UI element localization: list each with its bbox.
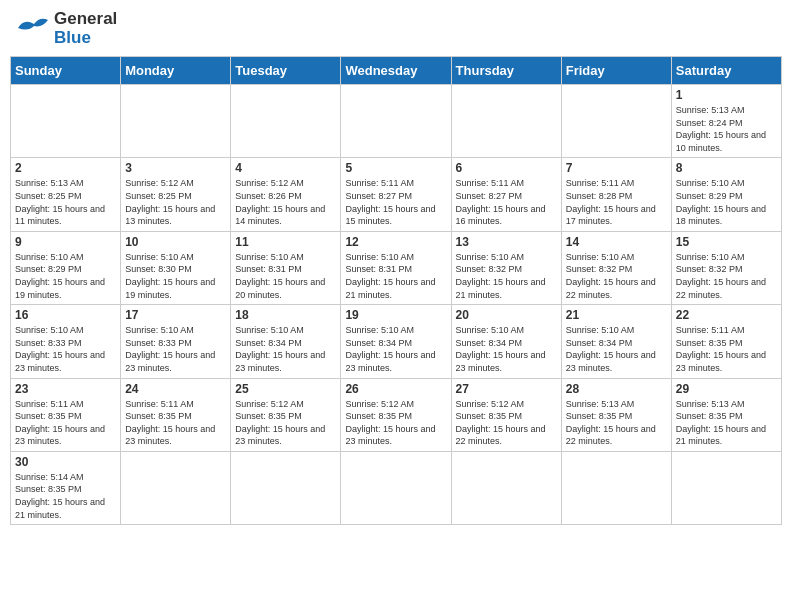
header: General Blue (10, 10, 782, 48)
day-number: 12 (345, 235, 446, 249)
calendar-cell: 3Sunrise: 5:12 AM Sunset: 8:25 PM Daylig… (121, 158, 231, 231)
day-number: 8 (676, 161, 777, 175)
calendar-cell: 5Sunrise: 5:11 AM Sunset: 8:27 PM Daylig… (341, 158, 451, 231)
calendar-cell: 24Sunrise: 5:11 AM Sunset: 8:35 PM Dayli… (121, 378, 231, 451)
calendar-cell: 11Sunrise: 5:10 AM Sunset: 8:31 PM Dayli… (231, 231, 341, 304)
calendar-week-0: 1Sunrise: 5:13 AM Sunset: 8:24 PM Daylig… (11, 85, 782, 158)
day-info: Sunrise: 5:13 AM Sunset: 8:24 PM Dayligh… (676, 104, 777, 154)
day-info: Sunrise: 5:11 AM Sunset: 8:27 PM Dayligh… (345, 177, 446, 227)
calendar-cell: 29Sunrise: 5:13 AM Sunset: 8:35 PM Dayli… (671, 378, 781, 451)
day-number: 4 (235, 161, 336, 175)
calendar-cell: 26Sunrise: 5:12 AM Sunset: 8:35 PM Dayli… (341, 378, 451, 451)
day-number: 15 (676, 235, 777, 249)
calendar-cell (121, 451, 231, 524)
day-number: 6 (456, 161, 557, 175)
logo-text-block: General Blue (14, 10, 117, 48)
day-info: Sunrise: 5:10 AM Sunset: 8:34 PM Dayligh… (456, 324, 557, 374)
calendar-cell: 2Sunrise: 5:13 AM Sunset: 8:25 PM Daylig… (11, 158, 121, 231)
day-number: 11 (235, 235, 336, 249)
day-number: 22 (676, 308, 777, 322)
day-info: Sunrise: 5:11 AM Sunset: 8:27 PM Dayligh… (456, 177, 557, 227)
day-number: 1 (676, 88, 777, 102)
day-number: 14 (566, 235, 667, 249)
day-info: Sunrise: 5:13 AM Sunset: 8:25 PM Dayligh… (15, 177, 116, 227)
day-number: 17 (125, 308, 226, 322)
day-number: 21 (566, 308, 667, 322)
calendar-cell: 10Sunrise: 5:10 AM Sunset: 8:30 PM Dayli… (121, 231, 231, 304)
day-info: Sunrise: 5:10 AM Sunset: 8:34 PM Dayligh… (235, 324, 336, 374)
day-info: Sunrise: 5:12 AM Sunset: 8:25 PM Dayligh… (125, 177, 226, 227)
calendar-cell: 16Sunrise: 5:10 AM Sunset: 8:33 PM Dayli… (11, 305, 121, 378)
calendar-cell: 13Sunrise: 5:10 AM Sunset: 8:32 PM Dayli… (451, 231, 561, 304)
day-info: Sunrise: 5:12 AM Sunset: 8:35 PM Dayligh… (456, 398, 557, 448)
day-info: Sunrise: 5:10 AM Sunset: 8:34 PM Dayligh… (566, 324, 667, 374)
calendar-cell (451, 451, 561, 524)
calendar-cell: 17Sunrise: 5:10 AM Sunset: 8:33 PM Dayli… (121, 305, 231, 378)
day-number: 28 (566, 382, 667, 396)
calendar-cell: 30Sunrise: 5:14 AM Sunset: 8:35 PM Dayli… (11, 451, 121, 524)
day-info: Sunrise: 5:13 AM Sunset: 8:35 PM Dayligh… (676, 398, 777, 448)
calendar-cell (671, 451, 781, 524)
day-number: 16 (15, 308, 116, 322)
calendar-cell: 6Sunrise: 5:11 AM Sunset: 8:27 PM Daylig… (451, 158, 561, 231)
calendar-cell: 15Sunrise: 5:10 AM Sunset: 8:32 PM Dayli… (671, 231, 781, 304)
day-header-wednesday: Wednesday (341, 57, 451, 85)
day-info: Sunrise: 5:12 AM Sunset: 8:26 PM Dayligh… (235, 177, 336, 227)
logo-bird-icon (14, 10, 52, 48)
day-info: Sunrise: 5:11 AM Sunset: 8:35 PM Dayligh… (676, 324, 777, 374)
day-info: Sunrise: 5:10 AM Sunset: 8:29 PM Dayligh… (15, 251, 116, 301)
day-info: Sunrise: 5:10 AM Sunset: 8:34 PM Dayligh… (345, 324, 446, 374)
calendar-cell: 14Sunrise: 5:10 AM Sunset: 8:32 PM Dayli… (561, 231, 671, 304)
logo: General Blue (14, 10, 117, 48)
day-header-tuesday: Tuesday (231, 57, 341, 85)
day-number: 18 (235, 308, 336, 322)
calendar-week-1: 2Sunrise: 5:13 AM Sunset: 8:25 PM Daylig… (11, 158, 782, 231)
calendar-cell: 18Sunrise: 5:10 AM Sunset: 8:34 PM Dayli… (231, 305, 341, 378)
calendar-cell: 22Sunrise: 5:11 AM Sunset: 8:35 PM Dayli… (671, 305, 781, 378)
day-info: Sunrise: 5:10 AM Sunset: 8:32 PM Dayligh… (676, 251, 777, 301)
day-info: Sunrise: 5:10 AM Sunset: 8:31 PM Dayligh… (235, 251, 336, 301)
day-header-saturday: Saturday (671, 57, 781, 85)
day-number: 3 (125, 161, 226, 175)
calendar-table: SundayMondayTuesdayWednesdayThursdayFrid… (10, 56, 782, 525)
calendar-cell: 25Sunrise: 5:12 AM Sunset: 8:35 PM Dayli… (231, 378, 341, 451)
day-info: Sunrise: 5:13 AM Sunset: 8:35 PM Dayligh… (566, 398, 667, 448)
calendar-cell: 23Sunrise: 5:11 AM Sunset: 8:35 PM Dayli… (11, 378, 121, 451)
calendar-cell (121, 85, 231, 158)
calendar-cell (341, 451, 451, 524)
day-number: 23 (15, 382, 116, 396)
day-info: Sunrise: 5:10 AM Sunset: 8:33 PM Dayligh… (125, 324, 226, 374)
calendar-header-row: SundayMondayTuesdayWednesdayThursdayFrid… (11, 57, 782, 85)
calendar-cell (561, 85, 671, 158)
day-info: Sunrise: 5:14 AM Sunset: 8:35 PM Dayligh… (15, 471, 116, 521)
day-number: 26 (345, 382, 446, 396)
calendar-cell: 7Sunrise: 5:11 AM Sunset: 8:28 PM Daylig… (561, 158, 671, 231)
calendar-cell: 8Sunrise: 5:10 AM Sunset: 8:29 PM Daylig… (671, 158, 781, 231)
calendar-cell: 12Sunrise: 5:10 AM Sunset: 8:31 PM Dayli… (341, 231, 451, 304)
day-header-sunday: Sunday (11, 57, 121, 85)
calendar-cell (451, 85, 561, 158)
calendar-cell: 21Sunrise: 5:10 AM Sunset: 8:34 PM Dayli… (561, 305, 671, 378)
day-info: Sunrise: 5:12 AM Sunset: 8:35 PM Dayligh… (345, 398, 446, 448)
day-info: Sunrise: 5:10 AM Sunset: 8:33 PM Dayligh… (15, 324, 116, 374)
calendar-cell: 27Sunrise: 5:12 AM Sunset: 8:35 PM Dayli… (451, 378, 561, 451)
calendar-cell (231, 451, 341, 524)
day-header-friday: Friday (561, 57, 671, 85)
day-number: 24 (125, 382, 226, 396)
calendar-week-3: 16Sunrise: 5:10 AM Sunset: 8:33 PM Dayli… (11, 305, 782, 378)
day-number: 7 (566, 161, 667, 175)
calendar-cell: 9Sunrise: 5:10 AM Sunset: 8:29 PM Daylig… (11, 231, 121, 304)
day-number: 19 (345, 308, 446, 322)
calendar-cell (341, 85, 451, 158)
calendar-cell: 1Sunrise: 5:13 AM Sunset: 8:24 PM Daylig… (671, 85, 781, 158)
day-number: 29 (676, 382, 777, 396)
calendar-week-4: 23Sunrise: 5:11 AM Sunset: 8:35 PM Dayli… (11, 378, 782, 451)
calendar-cell: 4Sunrise: 5:12 AM Sunset: 8:26 PM Daylig… (231, 158, 341, 231)
day-info: Sunrise: 5:10 AM Sunset: 8:32 PM Dayligh… (456, 251, 557, 301)
day-number: 5 (345, 161, 446, 175)
day-number: 27 (456, 382, 557, 396)
day-header-monday: Monday (121, 57, 231, 85)
calendar-week-2: 9Sunrise: 5:10 AM Sunset: 8:29 PM Daylig… (11, 231, 782, 304)
calendar-cell (231, 85, 341, 158)
calendar-cell (11, 85, 121, 158)
